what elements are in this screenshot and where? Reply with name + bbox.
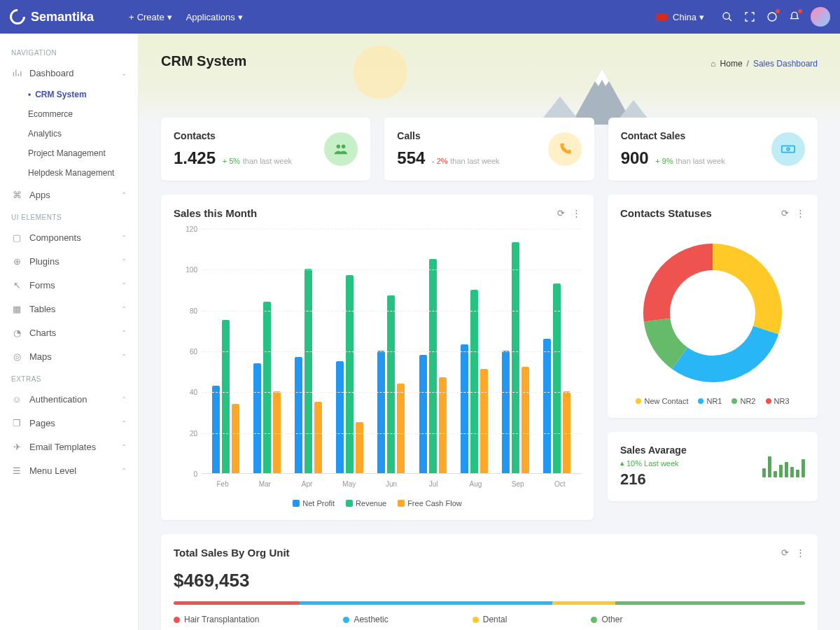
sales-chart-panel: Sales this Month ⟳ ⋮ 020406080100120 Feb… bbox=[161, 195, 594, 520]
refresh-icon[interactable]: ⟳ bbox=[781, 208, 789, 218]
user-icon: ☺ bbox=[11, 393, 22, 405]
money-icon bbox=[771, 132, 805, 166]
sidebar-item-dashboard[interactable]: Dashboard ⌄ bbox=[0, 61, 138, 85]
flag-icon bbox=[656, 13, 667, 21]
caret-down-icon: ▾ bbox=[699, 12, 704, 22]
mountain-decoration bbox=[532, 62, 658, 125]
sidebar-heading-ui: UI ELEMENTS bbox=[0, 206, 138, 225]
more-icon[interactable]: ⋮ bbox=[572, 208, 581, 218]
crumb-home[interactable]: Home bbox=[720, 59, 743, 69]
avatar[interactable] bbox=[811, 7, 830, 27]
more-icon[interactable]: ⋮ bbox=[796, 547, 805, 558]
sales-average-panel: Sales Avarage ▴10% Last week 216 bbox=[608, 432, 818, 501]
sidebar-label: Apps bbox=[29, 190, 50, 200]
panel-title: Total Sales By Org Unit bbox=[174, 547, 774, 559]
sidebar-sub-crm[interactable]: CRM System bbox=[0, 85, 138, 104]
sidebar-sub-helpdesk[interactable]: Helpdesk Management bbox=[0, 163, 138, 183]
sidebar-item-email[interactable]: ✈Email Templates⌃ bbox=[0, 435, 138, 458]
sidebar-item-forms[interactable]: ↖Forms⌃ bbox=[0, 273, 138, 297]
stat-calls: Calls 554 - 2% than last week bbox=[384, 118, 594, 181]
svg-point-2 bbox=[768, 13, 776, 21]
svg-line-1 bbox=[729, 18, 732, 21]
sidebar-item-menu[interactable]: ☰Menu Level⌃ bbox=[0, 458, 138, 482]
globe-icon: ⊕ bbox=[11, 255, 22, 267]
sidebar-item-auth[interactable]: ☺Authentication⌃ bbox=[0, 387, 138, 411]
chevron-icon: ⌃ bbox=[121, 305, 127, 313]
panel-title: Contacts Statuses bbox=[620, 207, 774, 219]
fullscreen-icon[interactable] bbox=[743, 10, 756, 23]
chevron-icon: ⌃ bbox=[121, 419, 127, 427]
bar-chart: 020406080100120 FebMarAprMayJunJulAugSep… bbox=[174, 229, 581, 495]
sidebar-sub-ecommerce[interactable]: Ecommerce bbox=[0, 104, 138, 124]
menu-icon: ☰ bbox=[11, 465, 22, 476]
sidebar-heading-extras: EXTRAS bbox=[0, 368, 138, 387]
chevron-icon: ⌃ bbox=[121, 329, 127, 337]
country-selector[interactable]: China ▾ bbox=[649, 8, 711, 27]
donut-chart bbox=[620, 229, 805, 397]
chevron-icon: ⌃ bbox=[121, 191, 127, 199]
sidebar-item-apps[interactable]: ⌘Apps⌃ bbox=[0, 183, 138, 206]
main: CRM System ⌂ Home / Sales Dashboard Cont… bbox=[139, 34, 840, 630]
sidebar-label: Forms bbox=[29, 280, 55, 290]
sidebar-item-charts[interactable]: ◔Charts⌃ bbox=[0, 321, 138, 344]
sidebar-label: Pages bbox=[29, 418, 55, 428]
sidebar-label: Tables bbox=[29, 304, 56, 314]
stat-label: Contacts bbox=[174, 130, 292, 141]
caret-down-icon: ▾ bbox=[167, 12, 172, 22]
stat-cards: Contacts 1.425 + 5% than last week Calls… bbox=[139, 118, 840, 181]
refresh-icon[interactable]: ⟳ bbox=[557, 208, 565, 218]
chart-legend: Net ProfitRevenueFree Cash Flow bbox=[174, 499, 581, 507]
topbar: Semantika + Create ▾ Applications ▾ Chin… bbox=[0, 0, 840, 34]
table-icon: ▦ bbox=[11, 303, 22, 314]
sidebar-item-components[interactable]: ▢Components⌃ bbox=[0, 225, 138, 249]
caret-down-icon: ▾ bbox=[238, 12, 243, 22]
stat-contacts: Contacts 1.425 + 5% than last week bbox=[161, 118, 370, 181]
brand[interactable]: Semantika bbox=[10, 9, 94, 24]
users-icon bbox=[324, 132, 358, 166]
stat-sales: Contact Sales 900 + 9% than last week bbox=[608, 118, 818, 181]
crumb-current: Sales Dashboard bbox=[753, 59, 818, 69]
stat-value: 1.425 bbox=[174, 148, 216, 168]
sidebar-item-tables[interactable]: ▦Tables⌃ bbox=[0, 297, 138, 321]
donut-panel: Contacts Statuses ⟳ ⋮ New ContactNR1NR2N… bbox=[608, 195, 818, 418]
refresh-icon[interactable]: ⟳ bbox=[781, 547, 789, 558]
sidebar-sub-analytics[interactable]: Analytics bbox=[0, 124, 138, 144]
create-label: Create bbox=[137, 12, 164, 22]
sidebar-item-maps[interactable]: ◎Maps⌃ bbox=[0, 344, 138, 368]
org-legend: Hair TransplantationAestheticDentalOther bbox=[174, 615, 805, 624]
sidebar-sub-project[interactable]: Project Management bbox=[0, 144, 138, 163]
avg-delta: ▴10% Last week bbox=[620, 458, 687, 468]
org-total: $469,453 bbox=[174, 570, 805, 592]
more-icon[interactable]: ⋮ bbox=[796, 208, 805, 218]
sidebar-item-plugins[interactable]: ⊕Plugins⌃ bbox=[0, 249, 138, 273]
crumb-sep: / bbox=[747, 59, 749, 69]
chevron-icon: ⌃ bbox=[121, 396, 127, 403]
brand-icon bbox=[6, 6, 28, 27]
donut-legend: New ContactNR1NR2NR3 bbox=[620, 397, 805, 405]
search-icon[interactable] bbox=[721, 10, 734, 23]
progress-bar bbox=[174, 601, 805, 605]
sidebar-label: Authentication bbox=[29, 394, 87, 405]
stat-delta: + 9% bbox=[655, 157, 673, 165]
chat-icon[interactable] bbox=[766, 10, 778, 23]
chart-icon bbox=[11, 67, 22, 78]
stat-value: 900 bbox=[621, 148, 649, 168]
svg-point-10 bbox=[787, 148, 790, 150]
pie-icon: ◔ bbox=[11, 327, 22, 338]
sidebar-label: Components bbox=[29, 232, 81, 243]
plus-icon: + bbox=[129, 12, 134, 22]
grid-icon: ⌘ bbox=[11, 189, 22, 200]
sidebar-label: Charts bbox=[29, 328, 56, 338]
stat-value: 554 bbox=[397, 148, 425, 168]
applications-button[interactable]: Applications ▾ bbox=[179, 8, 250, 27]
sidebar-item-pages[interactable]: ❐Pages⌃ bbox=[0, 411, 138, 435]
chevron-icon: ⌃ bbox=[121, 281, 127, 289]
cursor-icon: ↖ bbox=[11, 279, 22, 290]
bell-icon[interactable] bbox=[788, 10, 801, 23]
topbar-right: China ▾ bbox=[649, 7, 830, 27]
country-label: China bbox=[673, 12, 696, 22]
brand-text: Semantika bbox=[31, 10, 94, 24]
org-unit-panel: Total Sales By Org Unit ⟳ ⋮ $469,453 Hai… bbox=[161, 534, 818, 630]
panel-title: Sales this Month bbox=[174, 207, 550, 219]
create-button[interactable]: + Create ▾ bbox=[122, 8, 179, 27]
